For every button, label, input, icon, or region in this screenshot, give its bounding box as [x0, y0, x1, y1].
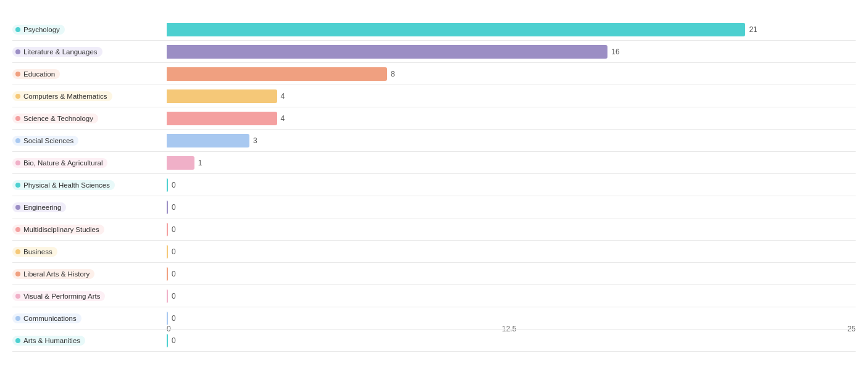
bar-label-text: Arts & Humanities [23, 337, 80, 344]
bar-label-text: Science & Technology [23, 115, 93, 122]
bar-row: Visual & Performing Arts0 [12, 285, 856, 307]
label-dot-icon [15, 316, 20, 321]
bar-row: Science & Technology4 [12, 107, 856, 130]
bar-label: Business [12, 247, 167, 257]
bar-label: Visual & Performing Arts [12, 291, 167, 301]
bar-label-text: Visual & Performing Arts [23, 292, 100, 300]
label-dot-icon [15, 27, 20, 32]
bar-fill [167, 67, 387, 81]
bar-label: Engineering [12, 202, 167, 212]
chart-container: Psychology21Literature & Languages16Educ… [0, 0, 868, 390]
bar-fill [167, 289, 168, 303]
bar-label-text: Physical & Health Sciences [23, 181, 110, 189]
label-dot-icon [15, 94, 20, 99]
bar-label: Computers & Mathematics [12, 91, 167, 101]
bars-section: Psychology21Literature & Languages16Educ… [12, 19, 856, 322]
bar-label: Science & Technology [12, 114, 167, 123]
bar-label-text: Literature & Languages [23, 48, 98, 56]
bar-value-label: 0 [172, 292, 176, 301]
bar-track: 0 [167, 176, 856, 194]
bar-label-text: Business [23, 248, 52, 255]
label-dot-icon [15, 138, 20, 143]
bar-row: Engineering0 [12, 196, 856, 218]
bar-fill [167, 112, 277, 125]
bar-fill [167, 45, 607, 59]
bar-label: Psychology [12, 25, 167, 35]
bar-fill [167, 201, 168, 214]
bar-label-text: Computers & Mathematics [23, 93, 107, 100]
bar-row: Multidisciplinary Studies0 [12, 218, 856, 241]
bar-track: 0 [167, 332, 856, 349]
bar-fill [167, 23, 745, 36]
bar-row: Bio, Nature & Agricultural1 [12, 152, 856, 174]
bar-row: Computers & Mathematics4 [12, 85, 856, 107]
bar-label: Liberal Arts & History [12, 269, 167, 279]
bar-fill [167, 267, 168, 281]
bar-fill [167, 156, 194, 170]
bar-row: Psychology21 [12, 19, 856, 41]
bar-row: Literature & Languages16 [12, 41, 856, 63]
bar-label: Social Sciences [12, 136, 167, 146]
bar-row: Education8 [12, 63, 856, 85]
bar-track: 1 [167, 154, 856, 172]
bar-row: Physical & Health Sciences0 [12, 174, 856, 196]
bar-value-label: 21 [749, 25, 757, 34]
bar-track: 0 [167, 288, 856, 305]
bar-label: Communications [12, 313, 167, 323]
bar-label: Arts & Humanities [12, 336, 167, 346]
bar-track: 16 [167, 43, 856, 60]
bar-value-label: 0 [172, 270, 176, 278]
bar-track: 0 [167, 265, 856, 283]
bar-track: 4 [167, 88, 856, 105]
bar-fill [167, 312, 168, 325]
bar-label-text: Psychology [23, 26, 60, 33]
bar-fill [167, 89, 277, 103]
bar-track: 8 [167, 65, 856, 83]
bar-label-text: Bio, Nature & Agricultural [23, 159, 102, 167]
bar-label-text: Liberal Arts & History [23, 270, 90, 278]
bar-track: 0 [167, 199, 856, 216]
bar-fill [167, 334, 168, 347]
label-dot-icon [15, 72, 20, 77]
label-dot-icon [15, 160, 20, 165]
bar-label: Bio, Nature & Agricultural [12, 158, 167, 168]
bar-label-text: Multidisciplinary Studies [23, 226, 99, 233]
bar-track: 0 [167, 243, 856, 260]
bar-label-text: Education [23, 70, 55, 78]
bar-label: Education [12, 69, 167, 79]
bar-value-label: 1 [198, 159, 202, 167]
bar-label-text: Engineering [23, 204, 61, 211]
bar-track: 4 [167, 110, 856, 127]
bar-track: 0 [167, 310, 856, 327]
label-dot-icon [15, 272, 20, 276]
bar-row: Business0 [12, 241, 856, 263]
bar-label-text: Communications [23, 315, 77, 322]
bar-label: Literature & Languages [12, 47, 167, 57]
bar-row: Communications0 [12, 307, 856, 330]
label-dot-icon [15, 249, 20, 254]
bar-value-label: 16 [611, 48, 619, 56]
bar-fill [167, 245, 168, 259]
label-dot-icon [15, 183, 20, 188]
bar-row: Social Sciences3 [12, 130, 856, 152]
bar-label: Multidisciplinary Studies [12, 225, 167, 234]
bar-value-label: 0 [172, 247, 176, 256]
bar-value-label: 0 [172, 336, 176, 345]
label-dot-icon [15, 49, 20, 54]
bar-value-label: 0 [172, 203, 176, 212]
bar-fill [167, 134, 249, 147]
label-dot-icon [15, 338, 20, 343]
bar-track: 0 [167, 221, 856, 238]
bar-fill [167, 178, 168, 192]
bar-value-label: 8 [391, 70, 395, 78]
bar-value-label: 4 [281, 92, 285, 101]
bar-value-label: 3 [253, 136, 257, 145]
chart-area: Psychology21Literature & Languages16Educ… [12, 19, 856, 341]
label-dot-icon [15, 294, 20, 299]
bar-row: Arts & Humanities0 [12, 330, 856, 352]
bar-track: 21 [167, 21, 856, 38]
bar-value-label: 4 [281, 114, 285, 123]
bar-track: 3 [167, 132, 856, 149]
bar-label-text: Social Sciences [23, 137, 73, 144]
bar-label: Physical & Health Sciences [12, 180, 167, 190]
